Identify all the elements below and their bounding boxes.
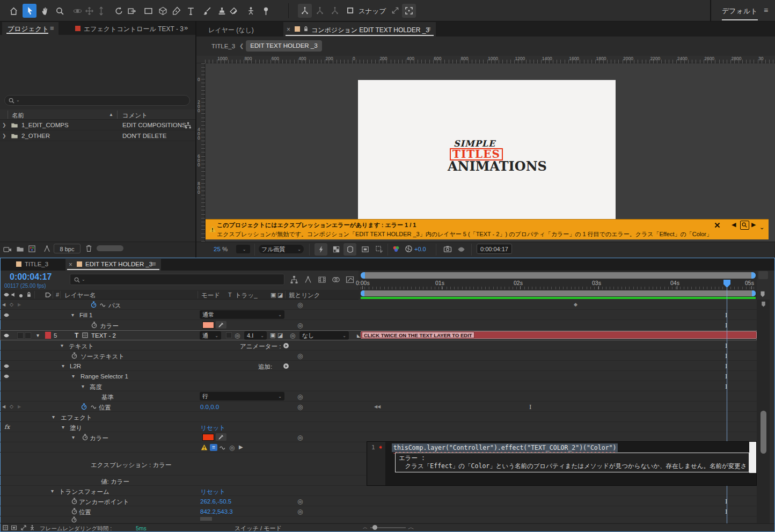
graph-editor-toggle-icon[interactable] xyxy=(346,275,354,284)
timeline-navigator-bar[interactable] xyxy=(361,272,756,279)
timeline-menu-icon[interactable]: ≡ xyxy=(152,260,156,268)
visibility-toggle-icon[interactable] xyxy=(3,373,10,380)
prev-error-icon[interactable]: ◀ xyxy=(732,221,736,228)
mode-column[interactable]: モード xyxy=(201,291,220,300)
project-item-comment[interactable]: DON'T DELETE xyxy=(122,133,167,139)
breadcrumb-current[interactable]: EDIT TEXT HOLDER _3 xyxy=(246,40,322,52)
viewer-timecode[interactable]: 0:00:04:17 xyxy=(477,244,512,254)
breadcrumb-parent[interactable]: TITLE_3 xyxy=(211,43,235,49)
property-row[interactable] xyxy=(0,486,757,496)
snap-checkbox-icon[interactable] xyxy=(346,6,354,14)
navigator-options-button[interactable] xyxy=(758,271,768,279)
project-search-input[interactable]: ⌄ xyxy=(4,95,190,106)
pickwhip[interactable]: ◎ xyxy=(297,498,303,505)
project-settings-button-icon[interactable] xyxy=(43,245,51,253)
visibility-toggle-icon[interactable] xyxy=(3,312,10,318)
property-name[interactable]: カラー xyxy=(90,434,108,442)
pen-tool[interactable] xyxy=(169,4,183,18)
motion-blur-toggle-icon[interactable] xyxy=(332,275,340,284)
workspace-selector[interactable]: デフォルト xyxy=(722,6,758,20)
stopwatch-icon[interactable] xyxy=(71,352,78,359)
rotation-tool[interactable] xyxy=(112,4,126,18)
twirl-icon[interactable]: ▾ xyxy=(52,414,55,420)
solo-toggle[interactable] xyxy=(17,332,24,339)
property-name[interactable]: ソーステキスト xyxy=(81,353,125,361)
property-value[interactable]: 262.6,-50.5 xyxy=(200,498,231,505)
graph-toggle-icon[interactable] xyxy=(100,302,106,308)
property-name[interactable]: L2R xyxy=(70,363,81,369)
transparency-grid-button[interactable] xyxy=(330,243,342,256)
quality-dropdown[interactable]: フル画質⌄ xyxy=(259,245,304,253)
property-name[interactable]: Fill 1 xyxy=(79,312,92,318)
visibility-toggle-icon[interactable] xyxy=(3,332,10,339)
next-keyframe-icon[interactable]: ▶ xyxy=(18,302,21,307)
property-name[interactable]: エクスプレッション : カラー xyxy=(91,461,172,469)
column-name[interactable]: 名前 xyxy=(12,112,24,120)
next-error-icon[interactable]: ▶ xyxy=(751,221,756,228)
stopwatch-icon[interactable] xyxy=(91,322,98,329)
property-value[interactable]: 842.2,543.3 xyxy=(200,508,233,515)
zoom-tool-tool[interactable] xyxy=(53,4,67,18)
workspace-menu-icon[interactable]: ≡ xyxy=(764,6,768,14)
property-row[interactable] xyxy=(0,422,757,432)
add-animator-button-icon[interactable] xyxy=(283,363,289,369)
twirl-icon[interactable]: ▾ xyxy=(62,424,64,430)
eye-column-icon[interactable] xyxy=(3,291,10,298)
property-row[interactable] xyxy=(0,412,757,422)
fast-preview-button[interactable] xyxy=(315,243,327,256)
tab-layer[interactable]: レイヤー (なし) xyxy=(208,26,254,35)
region-of-interest-button[interactable] xyxy=(402,4,416,18)
snap-label[interactable]: スナップ xyxy=(359,7,386,16)
hold-keyframe[interactable]: ◀ xyxy=(377,404,381,409)
expand-folder-icon[interactable]: ❯ xyxy=(2,122,6,128)
puppet-tool[interactable] xyxy=(244,4,258,18)
property-name[interactable]: アンカーポイント xyxy=(79,498,129,506)
property-name[interactable]: 位置 xyxy=(79,508,91,516)
property-name[interactable]: カラー xyxy=(100,322,119,330)
work-area-bar[interactable] xyxy=(361,290,756,296)
rectangle-tool[interactable] xyxy=(141,4,155,18)
toggle-expand-2-icon[interactable] xyxy=(11,524,17,531)
pickwhip[interactable]: ◎ xyxy=(297,301,303,309)
matte-luma-toggle[interactable]: ◪ xyxy=(277,332,283,339)
lock-toggle[interactable] xyxy=(25,332,31,339)
pickwhip[interactable]: ◎ xyxy=(297,403,303,411)
reset-link[interactable]: リセット xyxy=(200,424,225,432)
snapshot-button-icon[interactable] xyxy=(443,245,452,253)
property-name[interactable]: パス xyxy=(108,302,121,310)
mode-dropdown[interactable]: 行⌄ xyxy=(200,392,284,400)
lock-column-icon[interactable] xyxy=(26,291,32,298)
close-banner-icon[interactable] xyxy=(714,222,721,229)
type-tool[interactable] xyxy=(184,4,198,18)
property-name[interactable]: 位置 xyxy=(99,404,111,412)
pickwhip[interactable]: ◎ xyxy=(297,352,303,360)
project-item-comment[interactable]: EDIT COMPOSITIONS xyxy=(122,122,186,128)
show-post-expression-graph-icon[interactable] xyxy=(220,444,226,451)
composition-mini-flowchart-icon[interactable] xyxy=(290,275,298,284)
pickwhip[interactable]: ◎ xyxy=(297,434,303,441)
exposure-value[interactable]: +0.0 xyxy=(414,246,426,252)
project-panel-menu-icon[interactable]: ≡ xyxy=(50,24,54,32)
parent-link-column[interactable]: 親とリンク xyxy=(289,291,320,300)
color-swatch[interactable] xyxy=(202,322,214,329)
pickwhip[interactable]: ◎ xyxy=(297,322,303,329)
expression-scrollbar[interactable] xyxy=(749,442,756,473)
zoom-dropdown[interactable]: ⌄ xyxy=(236,245,250,253)
current-timecode[interactable]: 0:00:04:17 xyxy=(10,272,52,282)
expand-folder-icon[interactable]: ❯ xyxy=(2,133,6,139)
twirl-icon[interactable]: ▾ xyxy=(71,312,74,318)
toggle-expand-4-icon[interactable] xyxy=(29,524,35,531)
close-tab-icon[interactable]: × xyxy=(69,261,72,268)
exposure-button-icon[interactable] xyxy=(405,245,413,253)
property-row[interactable] xyxy=(0,381,757,391)
property-row[interactable] xyxy=(0,506,757,516)
navigator-start-handle[interactable] xyxy=(361,272,365,279)
graph-toggle-icon[interactable] xyxy=(91,404,97,410)
channel-select-button-icon[interactable] xyxy=(392,245,400,253)
twirl-icon[interactable]: ▾ xyxy=(82,383,84,389)
axis-view-button[interactable] xyxy=(328,4,342,18)
twirl-icon[interactable]: ▾ xyxy=(51,488,54,494)
expression-code[interactable]: thisComp.layer("Controller").effect("TEX… xyxy=(392,443,618,452)
property-name[interactable]: 基準 xyxy=(101,393,114,402)
region-of-interest-toggle[interactable] xyxy=(359,243,371,256)
